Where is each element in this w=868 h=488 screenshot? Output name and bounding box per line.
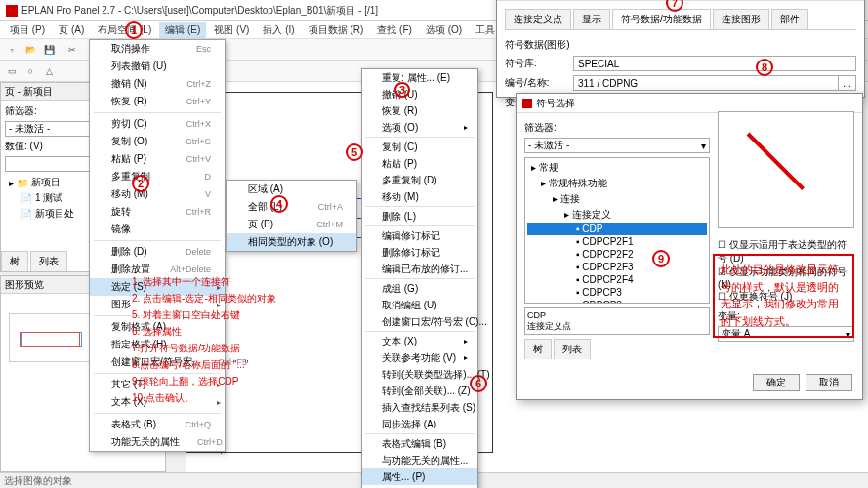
menu-view[interactable]: 视图 (V) [208,22,255,38]
menu-item[interactable]: 移动 (M)V [90,185,225,203]
context-item[interactable]: 删除修订标记 [362,244,477,261]
number-label: 编号/名称: [505,76,573,90]
tab-list[interactable]: 列表 [30,251,67,271]
context-item[interactable]: 取消编组 (U) [362,297,477,313]
menu-item[interactable]: 恢复 (R)Ctrl+Y [90,93,225,110]
symbol-tree-item[interactable]: ▪ CDPCP2F4 [527,273,707,286]
submenu-item[interactable]: 全部 (L)Ctrl+A [227,198,356,216]
tool-b[interactable]: ○ [21,62,39,80]
lib-label: 符号库: [505,57,573,70]
property-tabs: 连接定义点 显示 符号数据/功能数据 连接图形 部件 [505,9,856,30]
tab-list2[interactable]: 列表 [554,339,591,359]
symbol-tree-item[interactable]: ▸ 常规 [527,160,707,176]
instruction-text: 1. 选择其中一个连接符2. 点击编辑-选定-相同类似的对象5. 对着主窗口空白… [132,273,303,406]
properties-dialog: 属性(元件): 连接定义点 连接定义点 显示 符号数据/功能数据 连接图形 部件… [496,0,865,98]
symbol-tree-item[interactable]: ▸ 常规特殊功能 [527,176,707,191]
browse-button[interactable]: ... [839,75,856,91]
menu-item[interactable]: 撤销 (N)Ctrl+Z [90,75,225,93]
menu-options[interactable]: 选项 (O) [420,22,468,38]
lib-input[interactable]: SPECIAL [573,56,856,71]
context-item[interactable]: 撤销 (U) [362,86,477,102]
tool-new[interactable]: ▫ [3,41,21,59]
menu-edit[interactable]: 编辑 (E) [159,22,206,38]
canvas-context-menu: 重复: 属性... (E)撤销 (U)恢复 (R)选项 (O)▸复制 (C)粘贴… [361,68,478,488]
context-item[interactable]: 粘贴 (P) [362,155,477,172]
menu-layout[interactable]: 布局空间 (L) [92,22,157,38]
tab-display[interactable]: 显示 [573,9,610,29]
menu-item[interactable]: 表格式 (B)Ctrl+Q [90,416,225,433]
menu-item[interactable]: 粘贴 (P)Ctrl+V [90,150,225,168]
tool-save[interactable]: 💾 [40,41,58,59]
tab-conn-def[interactable]: 连接定义点 [505,9,571,29]
context-item[interactable]: 创建窗口宏/符号宏 (C)... [362,313,477,330]
submenu-item[interactable]: 相同类型的对象 (O) [227,233,356,251]
note-box: 此处的目的是修改显示符号的样式，默认是透明的无显示，我们修改为常用的下划线方式。 [713,254,854,338]
context-item[interactable]: 文本 (X)▸ [362,333,477,349]
dialog-icon [522,99,532,108]
menu-item[interactable]: 多重复制D [90,168,225,185]
tab-symbol-data[interactable]: 符号数据/功能数据 [612,9,711,29]
menu-find[interactable]: 查找 (F) [371,22,418,38]
context-item[interactable]: 关联参考功能 (V)▸ [362,349,477,366]
tab-parts[interactable]: 部件 [771,9,808,29]
symbol-tree-item[interactable]: ▪ CDPCP2F2 [527,248,707,261]
symbol-tree-item[interactable]: ▪ CDPCP3 [527,299,707,304]
tool-c[interactable]: △ [40,62,58,80]
menu-project[interactable]: 项目 (P) [4,22,51,38]
menu-page[interactable]: 页 (A) [53,22,90,38]
app-icon [6,5,18,17]
symbol-description: CDP 连接定义点 [524,307,710,335]
symbol-tree-item[interactable]: ▪ CDPCP2F1 [527,235,707,248]
context-item[interactable]: 编辑修订标记 [362,227,477,244]
filter-dropdown[interactable]: - 未激活 -▾ [524,138,710,153]
tool-cut[interactable]: ✂ [63,41,81,59]
context-item[interactable]: 表格式编辑 (B) [362,435,477,452]
number-input[interactable]: 311 / CDPNG [573,75,839,91]
context-item[interactable]: 移动 (M) [362,188,477,205]
context-item[interactable]: 编辑已布放的修订... [362,261,477,277]
context-item[interactable]: 复制 (C) [362,139,477,155]
context-item[interactable]: 成组 (G) [362,280,477,297]
menu-item[interactable]: 复制 (O)Ctrl+C [90,133,225,150]
ok-button[interactable]: 确定 [753,374,800,391]
filter-label: 筛选器: [524,121,710,135]
menu-item[interactable]: 功能无关的属性Ctrl+D [90,433,225,451]
submenu-item[interactable]: 区域 (A) [227,181,356,198]
menu-item[interactable]: 旋转Ctrl+R [90,203,225,221]
context-item[interactable]: 转到(全部关联)... (Z) [362,383,477,399]
menu-item[interactable]: 镜像 [90,221,225,238]
context-item[interactable]: 转到(关联类型选择)... (T) [362,366,477,383]
context-item[interactable]: 同步选择 (A) [362,416,477,432]
section-label: 符号数据(图形) [505,38,856,52]
context-item[interactable]: 删除 (L) [362,208,477,224]
cancel-button[interactable]: 取消 [806,374,852,391]
tab-tree[interactable]: 树 [1,251,28,271]
symbol-tree[interactable]: ▸ 常规▸ 常规特殊功能▸ 连接▸ 连接定义▪ CDP▪ CDPCP2F1▪ C… [524,157,710,304]
symbol-tree-item[interactable]: ▸ 连接定义 [527,207,707,223]
context-item[interactable]: 重复: 属性... (E) [362,69,477,86]
menu-item[interactable]: 列表撤销 (U) [90,58,225,75]
context-item[interactable]: 选项 (O)▸ [362,119,477,136]
select-submenu: 区域 (A)全部 (L)Ctrl+A页 (P)Ctrl+M相同类型的对象 (O) [226,180,357,252]
symbol-tree-item[interactable]: ▪ CDPCP2F3 [527,261,707,273]
tab-conn-graphic[interactable]: 连接图形 [713,9,769,29]
symbol-tree-item[interactable]: ▪ CDPCP3 [527,286,707,299]
context-item[interactable]: 与功能无关的属性... [362,452,477,468]
context-item[interactable]: 属性... (P) [362,468,477,485]
menu-item[interactable]: 剪切 (C)Ctrl+X [90,115,225,133]
symbol-preview [718,111,854,228]
symbol-dialog-title: 符号选择 [536,97,575,110]
menu-item[interactable]: 删除 (D)Delete [90,243,225,261]
tool-a[interactable]: ▭ [3,62,21,80]
context-item[interactable]: 插入查找结果列表 (S) [362,399,477,416]
menu-item[interactable]: 取消操作Esc [90,40,225,58]
menu-projectdata[interactable]: 项目数据 (R) [303,22,370,38]
submenu-item[interactable]: 页 (P)Ctrl+M [227,216,356,233]
tab-tree2[interactable]: 树 [524,339,552,359]
tool-open[interactable]: 📂 [21,41,39,59]
symbol-tree-item[interactable]: ▪ CDP [527,223,707,235]
context-item[interactable]: 恢复 (R) [362,102,477,119]
context-item[interactable]: 多重复制 (D) [362,172,477,188]
menu-insert[interactable]: 插入 (I) [257,22,300,38]
symbol-tree-item[interactable]: ▸ 连接 [527,191,707,207]
